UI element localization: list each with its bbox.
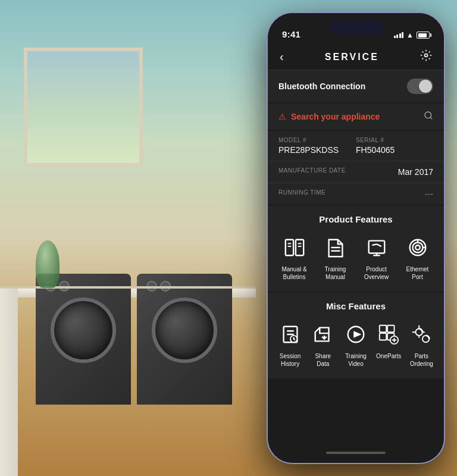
running-time-row: Running Time --- — [268, 183, 444, 205]
parts-ordering-label: PartsOrdering — [410, 352, 433, 368]
feature-oneparts[interactable]: OneParts — [373, 321, 405, 368]
nav-bar: ‹ SERVICE — [268, 44, 444, 70]
running-time-col: Running Time — [278, 189, 425, 198]
ethernet-port-icon — [406, 236, 429, 259]
manufacture-date-value: Mar 2017 — [398, 167, 433, 177]
misc-features-section: Misc Features — [268, 293, 444, 378]
nav-title: SERVICE — [325, 52, 379, 62]
training-manual-label: TrainingManual — [325, 265, 346, 281]
parts-ordering-icon-box — [408, 321, 434, 347]
manufacture-date-label: Manufacture Date — [278, 167, 398, 174]
product-overview-icon-box — [364, 234, 390, 261]
svg-point-17 — [412, 242, 422, 252]
signal-bar-2 — [396, 35, 398, 38]
manufacture-date-col: Manufacture Date — [278, 167, 398, 176]
session-history-icon-box — [277, 321, 303, 347]
ethernet-port-label: EthernetPort — [406, 265, 429, 281]
feature-training-manual[interactable]: TrainingManual — [318, 234, 353, 281]
phone-notch — [329, 20, 383, 35]
phone-frame: 9:41 ▲ ‹ SERVICE — [267, 12, 445, 464]
background-window — [24, 48, 143, 167]
dryer — [137, 274, 232, 405]
svg-point-1 — [425, 112, 431, 118]
feature-share-data[interactable]: ShareData — [306, 321, 339, 368]
training-manual-icon-box — [323, 234, 349, 261]
warning-icon: ⚠ — [278, 112, 286, 121]
svg-line-14 — [372, 244, 377, 245]
share-data-icon — [312, 323, 334, 346]
training-video-label: TrainingVideo — [345, 352, 367, 368]
manual-icon-box — [281, 234, 308, 261]
svg-line-15 — [377, 244, 381, 246]
misc-features-grid: SessionHistory — [268, 319, 444, 378]
running-time-label: Running Time — [278, 189, 425, 196]
home-indicator — [268, 443, 444, 463]
dryer-door — [152, 298, 217, 363]
product-overview-label: ProductOverview — [364, 265, 389, 281]
appliance-info-section: Model # PRE28PSKDSS Serial # FH504065 Ma… — [268, 131, 444, 205]
wifi-icon: ▲ — [406, 31, 414, 39]
feature-ethernet-port[interactable]: EthernetPort — [400, 234, 435, 281]
svg-point-0 — [425, 54, 428, 57]
serial-label: Serial # — [356, 137, 433, 143]
search-appliance-left: ⚠ Search your appliance — [278, 112, 380, 121]
product-overview-icon — [365, 236, 388, 259]
serial-col: Serial # FH504065 — [356, 137, 433, 155]
toggle-thumb — [419, 80, 432, 93]
ethernet-port-icon-box — [405, 234, 431, 261]
home-bar — [326, 452, 386, 454]
bluetooth-row: Bluetooth Connection — [268, 70, 444, 102]
status-time: 9:41 — [282, 29, 301, 39]
washer — [36, 274, 131, 405]
bluetooth-label: Bluetooth Connection — [278, 82, 365, 91]
battery-fill — [418, 33, 427, 37]
svg-rect-30 — [380, 333, 386, 340]
training-video-icon-box — [343, 321, 369, 347]
svg-rect-11 — [368, 241, 384, 253]
feature-session-history[interactable]: SessionHistory — [274, 321, 306, 368]
product-features-section: Product Features — [268, 206, 444, 292]
phone-device: 9:41 ▲ ‹ SERVICE — [267, 12, 445, 464]
svg-rect-3 — [285, 240, 293, 256]
misc-features-title: Misc Features — [326, 301, 386, 311]
svg-marker-27 — [353, 331, 361, 337]
oneparts-icon — [377, 323, 400, 346]
search-appliance-row[interactable]: ⚠ Search your appliance — [268, 104, 444, 130]
model-col: Model # PRE28PSKDSS — [278, 137, 356, 155]
background-shelf — [0, 286, 256, 289]
washer-door — [51, 298, 116, 363]
model-label: Model # — [278, 137, 356, 143]
status-icons: ▲ — [394, 31, 430, 39]
serial-value: FH504065 — [356, 145, 433, 155]
appliances-area — [24, 214, 250, 405]
bluetooth-toggle[interactable] — [407, 79, 433, 94]
misc-features-title-row: Misc Features — [268, 293, 444, 319]
share-data-icon-box — [310, 321, 336, 347]
search-appliance-text: Search your appliance — [291, 112, 380, 121]
product-features-grid: Manual &Bulletins — [268, 232, 444, 292]
feature-training-video[interactable]: TrainingVideo — [339, 321, 372, 368]
training-manual-icon — [324, 236, 347, 259]
feature-product-overview[interactable]: ProductOverview — [359, 234, 394, 281]
svg-rect-29 — [387, 325, 394, 332]
background-cabinet — [0, 289, 18, 476]
feature-parts-ordering[interactable]: PartsOrdering — [405, 321, 438, 368]
running-time-value: --- — [425, 189, 433, 199]
session-history-icon — [279, 323, 302, 346]
search-icon — [424, 111, 433, 123]
signal-bar-4 — [402, 32, 403, 38]
signal-bars-icon — [394, 32, 404, 38]
svg-rect-28 — [380, 325, 386, 332]
settings-button[interactable] — [420, 49, 432, 64]
svg-line-2 — [430, 117, 432, 119]
feature-manual[interactable]: Manual &Bulletins — [277, 234, 312, 281]
background-vase — [36, 240, 60, 288]
back-button[interactable]: ‹ — [280, 50, 284, 64]
scroll-content[interactable]: Bluetooth Connection ⚠ Search your appli… — [268, 70, 444, 443]
parts-ordering-icon — [410, 323, 433, 346]
phone-screen: 9:41 ▲ ‹ SERVICE — [268, 13, 444, 463]
svg-point-18 — [415, 245, 420, 250]
manual-bulletins-icon — [283, 236, 306, 259]
product-features-title: Product Features — [319, 214, 392, 224]
signal-bar-3 — [399, 33, 401, 38]
